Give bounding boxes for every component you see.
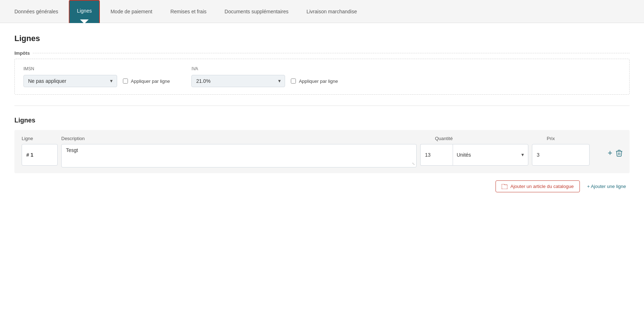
add-line-button[interactable]: +: [608, 148, 612, 158]
tab-documents-supplementaires[interactable]: Documents supplémentaires: [217, 0, 296, 23]
col-prix: Prix: [547, 136, 619, 141]
col-quantite: Quantité: [435, 136, 543, 141]
main-content: Lignes Impôts IMSN Ne pas appliquer Appl…: [0, 23, 644, 327]
iva-row: 21.0% 10.0% 0.0% ▼ Appliquer par ligne: [191, 75, 338, 87]
tab-livraison-marchandise[interactable]: Livraison marchandise: [299, 0, 364, 23]
row-actions: +: [608, 144, 622, 158]
iva-checkbox-label[interactable]: Appliquer par ligne: [291, 79, 338, 84]
imsn-select[interactable]: Ne pas appliquer Appliquer: [23, 75, 117, 87]
tab-donnees-generales[interactable]: Données générales: [7, 0, 65, 23]
bottom-actions: Ajouter un article du catalogue + Ajoute…: [14, 180, 630, 192]
ajouter-catalogue-button[interactable]: Ajouter un article du catalogue: [496, 180, 580, 192]
table-row: # 1 Tesgt ⤡ Unités Kg L m ▼: [22, 144, 622, 167]
tab-bar: Données générales Lignes Mode de paiemen…: [0, 0, 644, 23]
unite-select[interactable]: Unités Kg L m: [453, 144, 528, 166]
lines-header: Ligne Description Quantité Prix: [22, 136, 622, 144]
quantite-cell: Unités Kg L m ▼: [420, 144, 528, 166]
delete-line-button[interactable]: [616, 149, 622, 157]
ajouter-ligne-button[interactable]: + Ajouter une ligne: [587, 184, 626, 189]
imsn-group: IMSN Ne pas appliquer Appliquer ▼ Appliq…: [23, 66, 170, 87]
lignes-title: Lignes: [14, 117, 630, 124]
imsn-label: IMSN: [23, 66, 170, 71]
page-title: Lignes: [14, 34, 630, 43]
description-input[interactable]: Tesgt: [62, 144, 416, 166]
prix-cell: [532, 144, 590, 166]
imsn-select-wrapper: Ne pas appliquer Appliquer ▼: [23, 75, 117, 87]
unite-wrapper: Unités Kg L m ▼: [453, 144, 528, 166]
ligne-number: # 1: [22, 144, 58, 166]
description-cell: Tesgt ⤡: [61, 144, 417, 167]
iva-select-wrapper: 21.0% 10.0% 0.0% ▼: [191, 75, 285, 87]
impots-section-label: Impôts: [14, 50, 630, 56]
imsn-row: Ne pas appliquer Appliquer ▼ Appliquer p…: [23, 75, 170, 87]
prix-input[interactable]: [537, 152, 585, 158]
tab-mode-paiement[interactable]: Mode de paiement: [103, 0, 160, 23]
lines-table: Ligne Description Quantité Prix # 1 Tesg…: [14, 130, 630, 173]
col-description: Description: [61, 136, 431, 141]
iva-checkbox[interactable]: [291, 79, 296, 84]
imsn-checkbox[interactable]: [123, 79, 128, 84]
col-ligne: Ligne: [22, 136, 58, 141]
iva-select[interactable]: 21.0% 10.0% 0.0%: [191, 75, 285, 87]
imsn-checkbox-label[interactable]: Appliquer par ligne: [123, 79, 170, 84]
iva-group: IVA 21.0% 10.0% 0.0% ▼ Appliquer par lig…: [191, 66, 338, 87]
tab-remises-frais[interactable]: Remises et frais: [163, 0, 214, 23]
section-divider: [14, 106, 630, 106]
iva-label: IVA: [191, 66, 338, 71]
quantite-input[interactable]: [420, 144, 453, 166]
impots-box: IMSN Ne pas appliquer Appliquer ▼ Appliq…: [14, 59, 630, 95]
tab-lignes[interactable]: Lignes: [69, 0, 99, 23]
